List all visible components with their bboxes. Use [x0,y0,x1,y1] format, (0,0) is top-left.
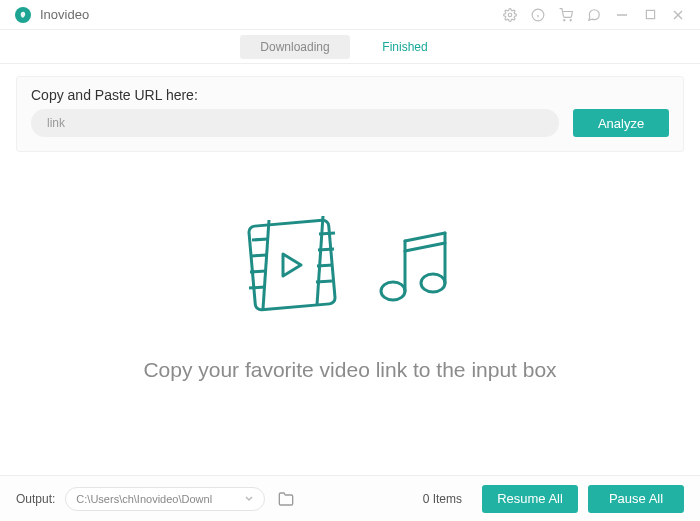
svg-line-14 [252,239,268,240]
svg-point-6 [570,19,571,20]
svg-line-16 [250,271,266,272]
empty-state: Copy your favorite video link to the inp… [0,152,700,402]
bottombar: Output: C:\Users\ch\Inovideo\Downl 0 Ite… [0,475,700,521]
items-count: 0 Items [423,492,462,506]
svg-line-15 [251,255,267,256]
url-input[interactable] [31,109,559,137]
svg-point-1 [508,13,512,17]
svg-line-13 [317,216,323,305]
svg-line-12 [263,220,269,309]
svg-point-5 [564,19,565,20]
settings-icon[interactable] [498,3,522,27]
svg-line-28 [405,243,445,251]
app-logo-icon [14,6,32,24]
cart-icon[interactable] [554,3,578,27]
svg-line-27 [405,233,445,241]
output-path-text: C:\Users\ch\Inovideo\Downl [76,493,244,505]
svg-line-21 [316,281,332,282]
svg-rect-8 [646,10,654,18]
empty-graphic [237,210,463,324]
film-icon [237,210,347,324]
tab-downloading[interactable]: Downloading [240,35,350,59]
svg-line-17 [249,287,265,288]
music-icon [371,219,463,315]
svg-line-19 [318,249,334,250]
chevron-down-icon [244,493,254,505]
titlebar: Inovideo [0,0,700,30]
minimize-icon[interactable] [610,3,634,27]
resume-all-button[interactable]: Resume All [482,485,578,513]
maximize-icon[interactable] [638,3,662,27]
open-folder-button[interactable] [275,488,297,510]
pause-all-button[interactable]: Pause All [588,485,684,513]
tabs: Downloading Finished [0,30,700,64]
svg-line-20 [317,265,333,266]
feedback-icon[interactable] [582,3,606,27]
svg-point-24 [421,274,445,292]
svg-point-23 [381,282,405,300]
svg-line-18 [319,233,335,234]
close-icon[interactable] [666,3,690,27]
info-icon[interactable] [526,3,550,27]
url-label: Copy and Paste URL here: [31,87,669,103]
output-label: Output: [16,492,55,506]
app-title: Inovideo [40,7,89,22]
svg-marker-22 [283,254,301,276]
url-panel: Copy and Paste URL here: Analyze [16,76,684,152]
output-path-field[interactable]: C:\Users\ch\Inovideo\Downl [65,487,265,511]
tab-finished[interactable]: Finished [350,35,460,59]
analyze-button[interactable]: Analyze [573,109,669,137]
empty-message: Copy your favorite video link to the inp… [143,358,556,382]
